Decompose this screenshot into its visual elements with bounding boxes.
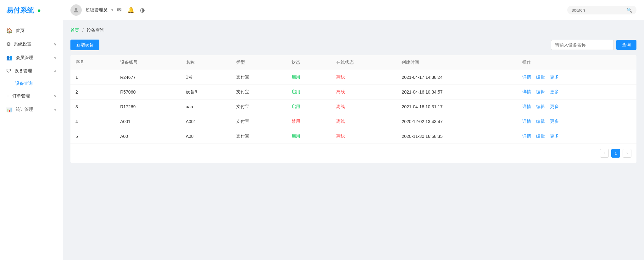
sidebar: 易付系统 ● 🏠 首页 ⚙ 系统设置 ∨ 👥 会员管理 ∨ 🛡: [0, 0, 63, 260]
cell-online: 离线: [331, 85, 397, 100]
col-name: 名称: [181, 55, 231, 70]
cell-status: 启用: [286, 129, 331, 144]
pagination-next[interactable]: ›: [623, 149, 631, 158]
cell-id: 3: [70, 100, 115, 114]
action-more[interactable]: 更多: [550, 104, 559, 109]
action-edit[interactable]: 编辑: [536, 74, 545, 79]
action-detail[interactable]: 详情: [522, 104, 531, 109]
cell-account: A001: [115, 114, 181, 129]
avatar: [70, 4, 82, 16]
col-id: 序号: [70, 55, 115, 70]
pagination-prev[interactable]: ‹: [600, 149, 609, 158]
action-detail[interactable]: 详情: [522, 133, 531, 138]
action-edit[interactable]: 编辑: [536, 119, 545, 124]
cell-type: 支付宝: [231, 114, 286, 129]
action-more[interactable]: 更多: [550, 119, 559, 124]
action-detail[interactable]: 详情: [522, 74, 531, 79]
action-edit[interactable]: 编辑: [536, 104, 545, 109]
action-edit[interactable]: 编辑: [536, 89, 545, 94]
sidebar-item-stats-label: 统计管理: [16, 107, 33, 112]
sidebar-item-order[interactable]: ≡ 订单管理 ∨: [0, 89, 63, 103]
breadcrumb: 首页 / 设备查询: [70, 28, 636, 33]
chevron-down-icon: ∨: [54, 107, 57, 112]
breadcrumb-home[interactable]: 首页: [70, 28, 79, 33]
svg-point-0: [75, 8, 77, 10]
action-more[interactable]: 更多: [550, 89, 559, 94]
col-type: 类型: [231, 55, 286, 70]
breadcrumb-current: 设备查询: [87, 28, 104, 33]
main: 超级管理员 ▾ ✉ 🔔 ◑ 🔍 首页 / 设备查询 新增设备 查询: [63, 0, 644, 260]
cell-account: A00: [115, 129, 181, 144]
sidebar-item-member[interactable]: 👥 会员管理 ∨: [0, 51, 63, 64]
action-edit[interactable]: 编辑: [536, 133, 545, 138]
table-row: 1 R24677 1号 支付宝 启用 离线 2021-04-17 14:38:2…: [70, 70, 636, 85]
cell-status: 启用: [286, 85, 331, 100]
cell-name: A001: [181, 114, 231, 129]
action-detail[interactable]: 详情: [522, 119, 531, 124]
header-username: 超级管理员: [86, 7, 108, 13]
sidebar-item-device[interactable]: 🛡 设备管理 ∧: [0, 64, 63, 78]
cell-status: 启用: [286, 100, 331, 114]
add-device-button[interactable]: 新增设备: [70, 40, 99, 50]
mail-icon[interactable]: ✉: [117, 7, 122, 14]
table-row: 4 A001 A001 支付宝 禁用 离线 2020-12-02 13:43:4…: [70, 114, 636, 129]
action-more[interactable]: 更多: [550, 133, 559, 138]
theme-icon[interactable]: ◑: [140, 7, 145, 14]
search-icon[interactable]: 🔍: [627, 8, 632, 13]
cell-id: 1: [70, 70, 115, 85]
sidebar-logo: 易付系统 ●: [0, 0, 63, 21]
chevron-up-icon: ∧: [54, 69, 57, 73]
home-icon: 🏠: [6, 28, 13, 34]
header-icons: ✉ 🔔 ◑: [117, 7, 145, 14]
breadcrumb-separator: /: [82, 28, 84, 33]
stats-icon: 📊: [6, 106, 13, 112]
sidebar-item-device-label: 设备管理: [14, 68, 32, 74]
device-search-input[interactable]: [551, 40, 614, 50]
col-account: 设备账号: [115, 55, 181, 70]
action-more[interactable]: 更多: [550, 74, 559, 79]
header-search: 🔍: [567, 6, 636, 14]
cell-online: 离线: [331, 129, 397, 144]
chevron-down-icon[interactable]: ▾: [111, 8, 113, 12]
sidebar-item-stats[interactable]: 📊 统计管理 ∨: [0, 103, 63, 116]
device-icon: 🛡: [6, 68, 11, 74]
col-actions: 操作: [517, 55, 636, 70]
table-row: 5 A00 A00 支付宝 启用 离线 2020-11-30 16:58:35 …: [70, 129, 636, 144]
cell-name: 设备6: [181, 85, 231, 100]
order-icon: ≡: [6, 93, 9, 99]
cell-online: 离线: [331, 70, 397, 85]
app-logo-icon: ●: [37, 7, 41, 14]
cell-type: 支付宝: [231, 100, 286, 114]
table-row: 3 R17269 aaa 支付宝 启用 离线 2021-04-16 10:31:…: [70, 100, 636, 114]
toolbar: 新增设备 查询: [70, 40, 636, 50]
cell-actions: 详情 编辑 更多: [517, 114, 636, 129]
sidebar-subitem-device-query[interactable]: 设备查询: [0, 78, 63, 89]
toolbar-search: 查询: [551, 40, 636, 50]
bell-icon[interactable]: 🔔: [127, 7, 134, 14]
search-input[interactable]: [572, 8, 624, 13]
cell-status: 禁用: [286, 114, 331, 129]
chevron-down-icon: ∨: [54, 94, 57, 98]
sidebar-item-home[interactable]: 🏠 首页: [0, 24, 63, 37]
device-table: 序号 设备账号 名称 类型 状态 在线状态 创建时间 操作 1 R24677 1…: [70, 55, 636, 163]
cell-type: 支付宝: [231, 85, 286, 100]
sidebar-item-order-label: 订单管理: [12, 93, 30, 99]
pagination-page-1[interactable]: 1: [611, 149, 620, 158]
content: 首页 / 设备查询 新增设备 查询 序号 设备账号 名称 类型: [63, 20, 644, 260]
cell-online: 离线: [331, 100, 397, 114]
col-online: 在线状态: [331, 55, 397, 70]
sidebar-item-system-label: 系统设置: [14, 41, 31, 47]
cell-name: A00: [181, 129, 231, 144]
action-detail[interactable]: 详情: [522, 89, 531, 94]
sidebar-item-home-label: 首页: [16, 28, 25, 34]
app-title: 易付系统: [6, 6, 34, 15]
sidebar-item-system[interactable]: ⚙ 系统设置 ∨: [0, 37, 63, 51]
cell-name: aaa: [181, 100, 231, 114]
query-button[interactable]: 查询: [616, 40, 636, 50]
header: 超级管理员 ▾ ✉ 🔔 ◑ 🔍: [63, 0, 644, 20]
chevron-down-icon: ∨: [54, 42, 57, 46]
member-icon: 👥: [6, 55, 13, 61]
cell-type: 支付宝: [231, 129, 286, 144]
cell-account: R24677: [115, 70, 181, 85]
cell-name: 1号: [181, 70, 231, 85]
